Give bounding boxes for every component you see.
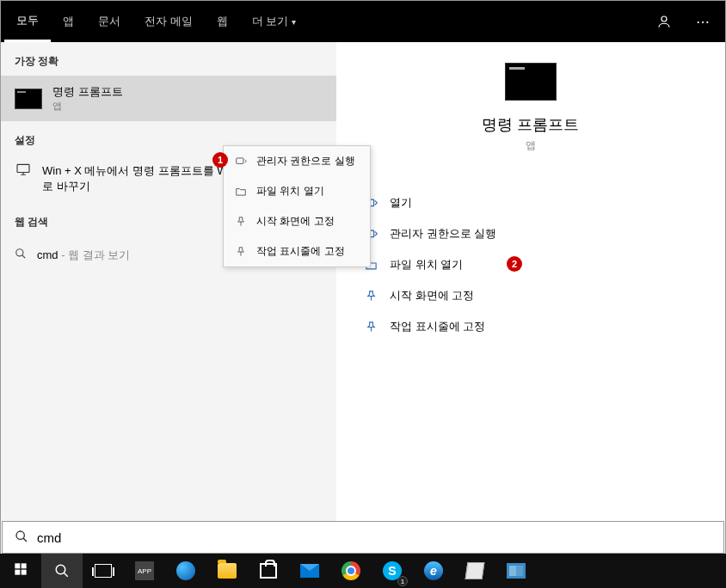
taskbar-skype[interactable]: S 1 <box>372 554 413 588</box>
action-open-label: 열기 <box>390 195 412 211</box>
chrome-icon <box>341 561 360 580</box>
folder-icon <box>218 563 237 579</box>
preview-title: 명령 프롬프트 <box>336 114 725 135</box>
taskbar-search[interactable] <box>41 554 83 588</box>
action-pin-start-label: 시작 화면에 고정 <box>390 288 474 303</box>
annotation-badge-1: 1 <box>212 152 228 168</box>
tab-web[interactable]: 웹 <box>205 1 240 42</box>
taskbar-explorer[interactable] <box>206 554 248 588</box>
pin-icon <box>364 321 378 334</box>
preview-subtitle: 앱 <box>336 138 725 153</box>
action-pin-taskbar-label: 작업 표시줄에 고정 <box>390 319 485 334</box>
search-bar[interactable] <box>2 521 724 554</box>
result-subtitle: 앱 <box>52 100 123 113</box>
action-run-admin-label: 관리자 권한으로 실행 <box>390 226 496 242</box>
taskbar-edge[interactable] <box>165 554 206 588</box>
action-open[interactable]: 열기 <box>357 187 704 218</box>
svg-rect-1 <box>17 164 29 172</box>
pin-icon <box>364 290 378 303</box>
action-open-location[interactable]: 파일 위치 열기 <box>357 249 704 280</box>
best-match-header: 가장 정확 <box>1 42 336 76</box>
tab-apps[interactable]: 앱 <box>51 1 86 42</box>
svg-point-2 <box>16 249 23 256</box>
search-icon <box>15 530 28 546</box>
results-pane: 가장 정확 명령 프롬프트 앱 설정 Win + X 메뉴에서 명령 프롬프트를… <box>1 42 336 521</box>
svg-point-11 <box>56 565 65 574</box>
notepad-icon <box>465 562 485 579</box>
action-pin-taskbar[interactable]: 작업 표시줄에 고정 <box>357 311 704 342</box>
tab-email[interactable]: 전자 메일 <box>132 1 205 42</box>
taskbar: APP S 1 <box>0 554 726 588</box>
ctx-run-as-admin[interactable]: 관리자 권한으로 실행 <box>224 146 370 176</box>
start-button[interactable] <box>0 554 41 588</box>
ctx-pin-taskbar-label: 작업 표시줄에 고정 <box>256 244 345 259</box>
shield-icon <box>234 156 248 168</box>
action-open-loc-label: 파일 위치 열기 <box>390 257 463 273</box>
mail-icon <box>300 564 319 578</box>
svg-rect-10 <box>22 570 27 575</box>
task-view-icon <box>95 564 112 578</box>
search-input[interactable] <box>37 530 711 545</box>
windows-icon <box>14 562 28 579</box>
svg-point-6 <box>16 531 24 539</box>
preview-pane: 명령 프롬프트 앱 열기 관리자 권한으로 실행 <box>336 42 725 521</box>
taskbar-ie[interactable] <box>413 554 454 588</box>
action-pin-start[interactable]: 시작 화면에 고정 <box>357 280 704 311</box>
action-run-admin[interactable]: 관리자 권한으로 실행 <box>357 218 704 249</box>
pin-icon <box>234 246 248 258</box>
ctx-open-location[interactable]: 파일 위치 열기 <box>224 176 370 206</box>
taskbar-chrome[interactable] <box>330 554 372 588</box>
svg-rect-9 <box>15 570 20 575</box>
chevron-down-icon: ▾ <box>292 17 296 27</box>
search-icon <box>15 248 27 263</box>
app-icon: APP <box>135 561 154 580</box>
ie-icon <box>424 561 443 580</box>
tab-all[interactable]: 모두 <box>4 1 51 42</box>
more-options-icon[interactable]: ⋯ <box>684 1 722 42</box>
taskbar-notepad[interactable] <box>454 554 495 588</box>
edge-icon <box>176 561 195 580</box>
tab-docs[interactable]: 문서 <box>86 1 132 42</box>
ctx-run-admin-label: 관리자 권한으로 실행 <box>256 154 355 168</box>
skype-badge: 1 <box>397 576 408 586</box>
tab-more-label: 더 보기 <box>252 14 289 29</box>
tab-more[interactable]: 더 보기 ▾ <box>240 1 309 42</box>
taskbar-app-generic[interactable]: APP <box>124 554 165 588</box>
result-title: 명령 프롬프트 <box>52 84 123 100</box>
svg-rect-8 <box>22 563 27 568</box>
web-query: cmd <box>37 248 58 261</box>
taskbar-store[interactable] <box>248 554 289 588</box>
taskbar-control-panel[interactable] <box>495 554 537 588</box>
folder-icon <box>234 186 248 198</box>
preview-app-icon <box>505 63 557 101</box>
pin-icon <box>234 216 248 228</box>
best-match-result[interactable]: 명령 프롬프트 앱 <box>1 76 336 121</box>
ctx-pin-start[interactable]: 시작 화면에 고정 <box>224 206 370 236</box>
ctx-pin-taskbar[interactable]: 작업 표시줄에 고정 <box>224 236 370 266</box>
ctx-open-loc-label: 파일 위치 열기 <box>256 184 324 199</box>
context-menu: 관리자 권한으로 실행 파일 위치 열기 시작 화면에 고정 <box>223 145 371 267</box>
taskbar-mail[interactable] <box>289 554 330 588</box>
cmd-icon <box>15 89 42 109</box>
svg-rect-7 <box>15 563 20 568</box>
ctx-pin-start-label: 시작 화면에 고정 <box>256 214 335 229</box>
svg-rect-3 <box>237 157 243 162</box>
control-panel-icon <box>507 563 526 579</box>
taskbar-task-view[interactable] <box>83 554 124 588</box>
web-hint: - 웹 결과 보기 <box>58 248 131 261</box>
monitor-icon <box>15 163 32 175</box>
feedback-icon[interactable] <box>644 1 684 42</box>
svg-point-0 <box>661 16 667 21</box>
search-tabs-bar: 모두 앱 문서 전자 메일 웹 더 보기 ▾ ⋯ <box>1 1 725 42</box>
annotation-badge-2: 2 <box>507 256 522 272</box>
store-icon <box>260 563 277 579</box>
